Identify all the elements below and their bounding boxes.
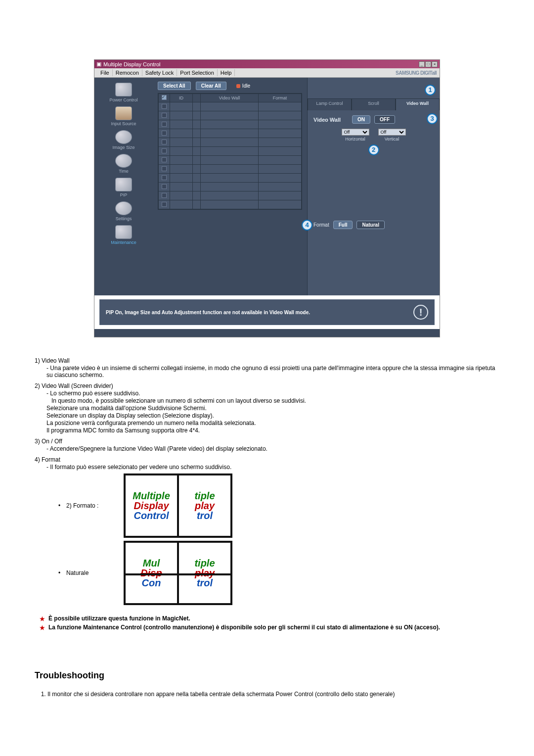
row-checkbox[interactable] [162,148,167,153]
titlebar: ▣ Multiple Display Control _ □ × [94,60,440,68]
menu-remocon[interactable]: Remocon [113,69,142,76]
vertical-label: Vertical [385,137,400,142]
item3-title: 3) On / Off [35,438,499,445]
table-row[interactable] [159,200,302,209]
menu-safety-lock[interactable]: Safety Lock [142,69,177,76]
table-row[interactable] [159,174,302,183]
row-checkbox[interactable] [162,193,167,198]
time-icon [115,154,132,168]
item3-desc: Accendere/Spegnere la funzione Video Wal… [46,445,499,452]
callout-3: 3 [427,113,438,124]
select-all-button[interactable]: Select All [158,82,191,90]
tab-scroll[interactable]: Scroll [352,98,396,110]
col-status [193,94,201,102]
sidebar-item-settings[interactable]: Settings [97,200,150,221]
pip-icon [115,178,132,191]
right-panel: Lamp Control Scroll Video Wall 1 Video W… [307,78,440,295]
callout-1: 1 [425,85,436,95]
note-2: La funzione Maintenance Control (control… [41,624,499,631]
tabs: Lamp Control Scroll Video Wall 1 [308,98,440,110]
table-row[interactable] [159,111,302,120]
row-checkbox[interactable] [162,166,167,171]
power-icon [115,83,132,96]
item2-title: 2) Video Wall (Screen divider) [35,382,499,389]
sidebar-item-input[interactable]: Input Source [97,105,150,126]
maximize-button[interactable]: □ [425,61,431,67]
tab-video-wall[interactable]: Video Wall [396,98,440,110]
col-id: ID [170,94,193,102]
app-icon: ▣ [96,61,101,67]
item4-desc: Il formato può essere selezionato per ve… [46,464,499,471]
table-row[interactable] [159,129,302,138]
warning-icon: ! [413,305,428,320]
format-label: Format [313,222,329,228]
callout-2: 2 [368,144,379,155]
format-natural-button[interactable]: Natural [356,221,384,229]
menu-help[interactable]: Help [218,69,235,76]
settings-icon [115,201,132,215]
idle-indicator: Idle [236,83,250,89]
item1-title: 1) Video Wall [35,357,499,364]
item2-bullet: Selezionare una modalità dall'opzione Su… [46,405,499,412]
clear-all-button[interactable]: Clear All [196,82,226,90]
row-checkbox[interactable] [162,113,167,118]
troubleshooting-heading: Troubleshooting [35,670,499,681]
format-full-label: 2) Formato : [66,502,116,509]
sidebar-item-power[interactable]: Power Control [97,82,150,102]
menubar: File Remocon Safety Lock Port Selection … [94,68,440,78]
video-wall-label: Video Wall [313,117,348,123]
item2-bullet: Il programma MDC fornito da Samsung supp… [46,427,499,434]
tab-lamp-control[interactable]: Lamp Control [308,98,352,110]
row-checkbox[interactable] [162,140,167,144]
application-window: ▣ Multiple Display Control _ □ × File Re… [94,59,440,337]
col-format: Format [258,94,301,102]
input-icon [115,106,132,120]
menu-port-selection[interactable]: Port Selection [177,69,217,76]
ts-item-1: Il monitor che si desidera controllare n… [47,691,499,698]
brand-label: SAMSUNG DIGITall [396,70,437,76]
image-size-icon [115,130,132,144]
vertical-select[interactable]: Off [378,129,406,136]
sidebar-item-maintenance[interactable]: Maintenance [97,224,150,245]
menu-file[interactable]: File [97,69,113,76]
row-checkbox[interactable] [162,175,167,180]
item2-bullet: La posizione verrà configurata premendo … [46,420,499,426]
sidebar-item-time[interactable]: Time [97,153,150,174]
table-row[interactable] [159,120,302,129]
sidebar-item-image-size[interactable]: Image Size [97,129,150,150]
header-checkbox[interactable] [159,94,170,102]
table-row[interactable] [159,138,302,147]
table-row[interactable] [159,102,302,111]
row-checkbox[interactable] [162,104,167,109]
col-video-wall: Video Wall [201,94,259,102]
close-button[interactable]: × [432,61,438,67]
vw-on-button[interactable]: ON [352,115,370,124]
maintenance-icon [115,225,132,239]
format-natural-image: MulDispCon tipleplaytrol [124,541,232,605]
item2-desc-a: Lo schermo può essere suddiviso. [46,390,499,397]
row-checkbox[interactable] [162,122,167,127]
row-checkbox[interactable] [162,184,167,189]
format-full-button[interactable]: Full [333,221,353,229]
item1-desc: Una parete video è un insieme di schermi… [46,365,499,378]
item2-bullet: Selezionare un display da Display select… [46,412,499,419]
horizontal-select[interactable]: Off [342,129,369,136]
table-row[interactable] [159,183,302,191]
row-checkbox[interactable] [162,131,167,136]
row-checkbox[interactable] [162,202,167,207]
vw-off-button[interactable]: OFF [374,115,395,124]
horizontal-label: Horizontal [345,137,365,142]
table-row[interactable] [159,147,302,156]
table-row[interactable] [159,191,302,200]
format-full-image: MultipleDisplayControl tipleplaytrol [124,473,232,538]
minimize-button[interactable]: _ [419,61,425,67]
warning-text: PIP On, Image Size and Auto Adjustment f… [106,310,310,315]
table-row[interactable] [159,156,302,165]
row-checkbox[interactable] [162,157,167,162]
item4-title: 4) Format [35,456,499,463]
sidebar: Power Control Input Source Image Size Ti… [94,78,153,295]
warning-bar: PIP On, Image Size and Auto Adjustment f… [99,299,435,325]
sidebar-item-pip[interactable]: PIP [97,177,150,197]
notes: È possibile utilizzare questa funzione i… [35,615,499,631]
table-row[interactable] [159,165,302,174]
